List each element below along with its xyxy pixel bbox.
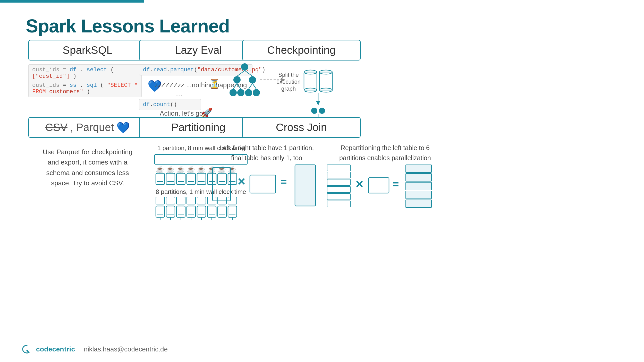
svg-line-11 <box>249 83 252 89</box>
svg-text:graph: graph <box>281 85 296 92</box>
lazyeval-text2: .... <box>175 90 183 98</box>
svg-text:☕: ☕ <box>176 165 185 174</box>
crossjoin-left-diagram: ✕ = <box>210 162 321 214</box>
svg-rect-21 <box>319 72 332 90</box>
svg-rect-61 <box>187 197 196 204</box>
svg-rect-98 <box>327 186 350 193</box>
svg-point-0 <box>241 63 248 71</box>
svg-text:=: = <box>393 179 399 190</box>
svg-rect-105 <box>406 174 431 181</box>
svg-rect-102 <box>368 178 389 193</box>
csv-strikethrough: CSV <box>45 121 67 134</box>
svg-rect-95 <box>327 165 350 171</box>
csv-parquet-label: , Parquet <box>70 121 114 134</box>
svg-rect-47 <box>187 173 196 185</box>
svg-rect-94 <box>295 165 316 206</box>
checkpointing-label: Checkpointing <box>267 44 336 56</box>
partitioning-label: Partitioning <box>171 121 225 134</box>
svg-rect-59 <box>166 197 175 204</box>
svg-rect-104 <box>406 165 431 173</box>
svg-point-26 <box>311 108 317 114</box>
footer-logo-area: codecentric niklas.haas@codecentric.de <box>21 344 168 354</box>
crossjoin-box: Cross Join <box>242 117 361 138</box>
svg-text:☕: ☕ <box>166 165 175 174</box>
svg-line-12 <box>252 83 256 89</box>
partitioning-box: Partitioning <box>139 117 258 138</box>
svg-marker-25 <box>316 101 320 106</box>
lazyeval-text3: Action, let's go!! <box>160 109 207 117</box>
svg-point-27 <box>319 108 325 114</box>
svg-rect-100 <box>327 201 350 207</box>
svg-rect-75 <box>187 206 196 217</box>
svg-rect-41 <box>156 173 165 185</box>
svg-point-1 <box>233 76 241 83</box>
codecentric-text: codecentric <box>36 345 75 353</box>
svg-text:=: = <box>281 176 287 187</box>
svg-rect-107 <box>406 191 431 199</box>
svg-line-10 <box>237 83 241 89</box>
csv-box: CSV , Parquet 💙 <box>28 117 147 138</box>
svg-rect-96 <box>327 172 350 178</box>
crossjoin-right-desc: Repartitioning the left table to 6partit… <box>327 143 443 163</box>
sparksql-label: SparkSQL <box>63 44 113 56</box>
lazyeval-label: Lazy Eval <box>175 44 222 56</box>
svg-rect-62 <box>197 197 206 204</box>
svg-rect-49 <box>197 173 206 185</box>
page-title: Spark Lessons Learned <box>26 15 230 37</box>
svg-text:Split the: Split the <box>278 72 299 78</box>
checkpointing-box: Checkpointing <box>242 40 361 61</box>
svg-text:execution: execution <box>276 79 301 85</box>
top-bar <box>0 0 144 3</box>
svg-rect-60 <box>176 197 185 204</box>
lazyeval-code2: df.count() <box>139 99 201 110</box>
svg-rect-99 <box>327 194 350 200</box>
sparksql-code2: cust_ids = ss . sql ( "SELECT * FROM cus… <box>28 80 142 97</box>
checkpointing-diagram: Split the execution graph <box>229 59 374 126</box>
crossjoin-left-desc: Left & right table have 1 partition,fina… <box>211 143 322 163</box>
crossjoin-label: Cross Join <box>276 121 327 134</box>
svg-rect-72 <box>176 206 185 217</box>
csv-heart: 💙 <box>116 121 130 134</box>
svg-line-7 <box>237 71 245 76</box>
svg-text:✕: ✕ <box>355 179 364 190</box>
svg-rect-106 <box>406 182 431 190</box>
svg-line-9 <box>233 83 237 89</box>
sparksql-box: SparkSQL <box>28 40 147 61</box>
svg-rect-78 <box>197 206 206 217</box>
svg-point-3 <box>230 89 237 96</box>
sparksql-code1: cust_ids = df . select ( ["cust_id"] ) <box>28 64 142 82</box>
hourglass-icon: ⏳ <box>209 79 220 89</box>
svg-point-2 <box>249 76 256 83</box>
svg-rect-97 <box>327 179 350 185</box>
svg-rect-92 <box>250 175 276 193</box>
svg-rect-43 <box>166 173 175 185</box>
svg-rect-58 <box>156 197 165 204</box>
svg-rect-45 <box>176 173 185 185</box>
svg-text:✕: ✕ <box>237 176 246 187</box>
svg-text:☕: ☕ <box>156 165 164 174</box>
svg-rect-90 <box>213 167 231 201</box>
svg-text:☕: ☕ <box>197 165 206 174</box>
crossjoin-right-diagram: ✕ = <box>325 162 440 214</box>
svg-rect-69 <box>166 206 175 217</box>
svg-line-8 <box>245 71 252 76</box>
svg-point-109 <box>27 350 28 352</box>
svg-text:☕: ☕ <box>187 165 195 174</box>
svg-rect-108 <box>406 200 431 208</box>
svg-point-6 <box>253 89 260 96</box>
svg-rect-18 <box>304 72 317 90</box>
rocket-icon: 🚀 <box>201 108 213 118</box>
codecentric-logo-icon <box>21 344 33 354</box>
svg-point-4 <box>237 89 244 96</box>
svg-rect-66 <box>156 206 165 217</box>
lazyeval-box: Lazy Eval <box>139 40 258 61</box>
svg-point-5 <box>245 89 252 96</box>
footer-email: niklas.haas@codecentric.de <box>84 345 168 353</box>
